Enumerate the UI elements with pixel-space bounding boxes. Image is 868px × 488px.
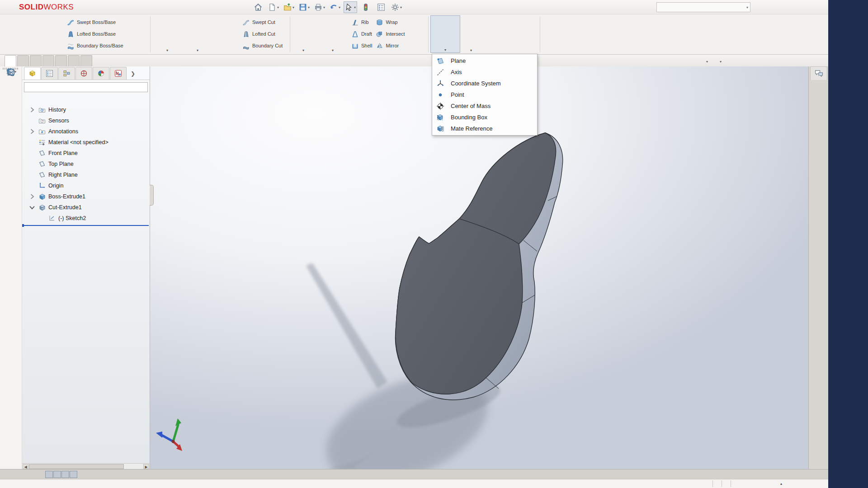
menu-item-point[interactable]: Point xyxy=(432,89,537,100)
revolved-boss-base-button[interactable] xyxy=(33,15,67,53)
tree-item-right-plane[interactable]: Right Plane xyxy=(22,169,150,180)
volume-icon[interactable] xyxy=(840,458,846,465)
menu-help[interactable] xyxy=(134,0,143,14)
button-shell[interactable]: Shell xyxy=(351,41,372,50)
menu-tools[interactable] xyxy=(116,0,125,14)
expand-arrow-icon[interactable] xyxy=(28,171,36,178)
button-draft[interactable]: Draft xyxy=(351,29,372,38)
doc-minimize-icon[interactable] xyxy=(787,57,794,64)
button-swept-boss-base[interactable]: Swept Boss/Base xyxy=(67,18,123,27)
tree-item-material-not-specified[interactable]: Material <not specified> xyxy=(22,137,150,148)
quick-access-button[interactable] xyxy=(297,1,311,13)
scroll-left-icon[interactable]: ◀ xyxy=(23,464,28,469)
tree-item-sensors[interactable]: Sensors xyxy=(22,115,150,126)
panel-tab[interactable] xyxy=(58,67,75,80)
tray-expand-icon[interactable] xyxy=(845,435,851,441)
tree-item-front-plane[interactable]: Front Plane xyxy=(22,148,150,159)
battery-icon[interactable] xyxy=(845,447,852,454)
button-boundary-cut[interactable]: Boundary Cut xyxy=(242,41,283,50)
toolbar-button[interactable] xyxy=(0,66,22,77)
microphone-icon[interactable] xyxy=(834,447,841,454)
cast-icon[interactable] xyxy=(850,458,857,465)
quick-access-button[interactable] xyxy=(251,1,265,13)
tree-filter-box[interactable] xyxy=(24,82,148,92)
tab-solidworks-add-ins[interactable] xyxy=(55,55,67,66)
tab-evaluate[interactable] xyxy=(30,55,42,66)
quick-access-button[interactable] xyxy=(282,1,296,13)
tree-item-cut-extrude1[interactable]: Cut-Extrude1 xyxy=(22,202,150,213)
panel-tabs-more-icon[interactable]: ❯ xyxy=(131,70,137,80)
next-tab-button[interactable] xyxy=(61,471,69,478)
button-rib[interactable]: Rib xyxy=(351,18,372,27)
zoom-to-area-icon[interactable] xyxy=(415,57,424,66)
menu-edit[interactable] xyxy=(89,0,98,14)
doc-close-icon[interactable] xyxy=(809,57,817,64)
expand-arrow-icon[interactable] xyxy=(28,128,36,135)
display-settings-icon[interactable] xyxy=(710,57,718,66)
panel-splitter-handle[interactable] xyxy=(150,185,154,206)
action-center-icon[interactable] xyxy=(844,473,852,481)
search-icon[interactable] xyxy=(740,5,744,10)
tab-features[interactable] xyxy=(5,55,16,66)
doc-restore-icon[interactable] xyxy=(798,57,806,64)
quick-access-button[interactable] xyxy=(344,1,357,13)
instant3d-button[interactable] xyxy=(482,15,517,53)
last-tab-button[interactable] xyxy=(70,471,77,478)
tab-sketch[interactable] xyxy=(17,55,29,66)
pane-right-icon[interactable] xyxy=(775,57,783,64)
panel-tab[interactable] xyxy=(110,67,127,80)
task-pane-button[interactable] xyxy=(810,66,827,80)
prev-tab-button[interactable] xyxy=(53,471,61,478)
expand-arrow-icon[interactable] xyxy=(28,160,36,168)
panel-tab[interactable] xyxy=(75,67,92,80)
quick-access-button[interactable] xyxy=(328,1,342,13)
menu-item-mate-reference[interactable]: Mate Reference xyxy=(432,123,537,134)
expand-arrow-icon[interactable] xyxy=(28,117,36,124)
quick-access-button[interactable] xyxy=(359,1,373,13)
button-lofted-cut[interactable]: Lofted Cut xyxy=(242,29,283,38)
tab-solidworks-mbd[interactable] xyxy=(68,55,80,66)
first-tab-button[interactable] xyxy=(45,471,53,478)
wifi-icon[interactable] xyxy=(856,447,863,454)
search-commands-box[interactable]: ▾ xyxy=(656,2,750,12)
button-mirror[interactable]: Mirror xyxy=(376,41,405,50)
tag-icon[interactable] xyxy=(798,480,806,488)
tree-item-top-plane[interactable]: Top Plane xyxy=(22,159,150,169)
panel-horizontal-scrollbar[interactable]: ◀ ▶ xyxy=(22,463,150,469)
menu-item-center-of-mass[interactable]: Center of Mass xyxy=(432,100,537,112)
toolbar-expand-chevron-icon[interactable] xyxy=(6,459,15,467)
menu-view[interactable] xyxy=(98,0,107,14)
tab-solidworks-inspection[interactable] xyxy=(80,55,92,66)
fillet-button[interactable] xyxy=(292,15,314,53)
menu-item-coordinate-system[interactable]: Coordinate System xyxy=(432,78,537,89)
quick-access-button[interactable] xyxy=(313,1,326,13)
units-dropdown-icon[interactable]: ▴ xyxy=(780,482,782,486)
tree-item-boss-extrude1[interactable]: Boss-Extrude1 xyxy=(22,191,150,202)
button-wrap[interactable]: Wrap xyxy=(376,18,405,27)
model-body[interactable] xyxy=(395,133,562,400)
tree-item-history[interactable]: History xyxy=(22,104,150,115)
panel-tab[interactable] xyxy=(24,67,41,80)
revolved-cut-button[interactable] xyxy=(213,15,242,53)
login-user-icon[interactable] xyxy=(785,4,793,11)
linear-pattern-button[interactable] xyxy=(314,15,351,53)
expand-arrow-icon[interactable] xyxy=(28,193,36,200)
expand-arrow-icon[interactable] xyxy=(28,139,36,146)
extruded-cut-button[interactable] xyxy=(153,15,182,53)
hole-wizard-button[interactable] xyxy=(182,15,213,53)
menu-insert[interactable] xyxy=(107,0,116,14)
expand-arrow-icon[interactable] xyxy=(28,106,36,113)
rollback-bar[interactable] xyxy=(23,225,149,226)
panel-tab[interactable] xyxy=(93,67,109,80)
button-swept-cut[interactable]: Swept Cut xyxy=(242,18,283,27)
quick-access-button[interactable] xyxy=(267,1,280,13)
tree-item-origin[interactable]: Origin xyxy=(22,180,150,191)
extruded-boss-base-button[interactable] xyxy=(2,15,33,53)
search-dropdown-icon[interactable]: ▾ xyxy=(746,5,748,9)
quick-access-button[interactable] xyxy=(374,1,388,13)
restore-button[interactable] xyxy=(810,4,818,11)
menu-item-bounding-box[interactable]: Bounding Box xyxy=(432,112,537,123)
menu-window[interactable] xyxy=(125,0,134,14)
scroll-right-icon[interactable]: ▶ xyxy=(143,464,149,469)
appearance-sphere-icon[interactable] xyxy=(696,57,704,66)
